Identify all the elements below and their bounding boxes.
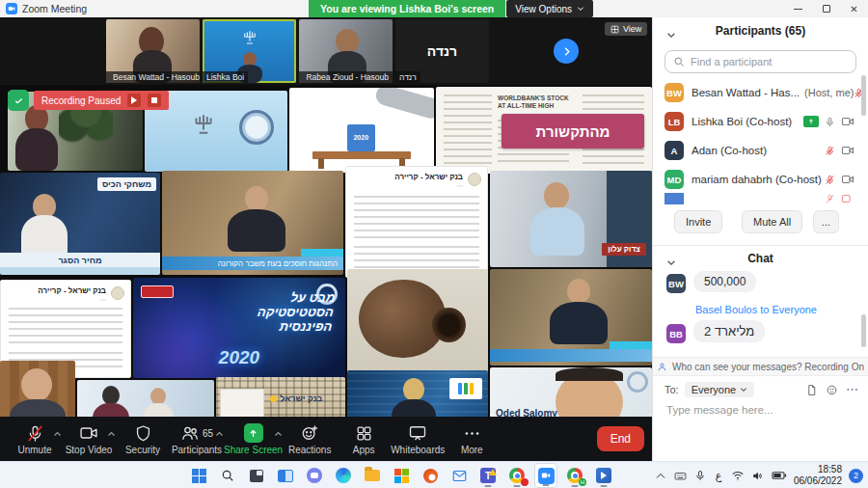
page-avatar bbox=[468, 173, 481, 186]
video-options-caret[interactable] bbox=[107, 423, 116, 441]
video-icon bbox=[841, 144, 854, 157]
video-thumbnail-besan[interactable]: Besan Wattad - Hasoub bbox=[106, 19, 200, 83]
stop-recording-button[interactable] bbox=[148, 94, 161, 107]
close-button[interactable]: ✕ bbox=[840, 0, 868, 17]
participant-row[interactable]: BW Besan Wattad - Has... (Host, me) bbox=[659, 79, 860, 106]
participant-name: Adan (Co-host) bbox=[692, 145, 767, 156]
tray-mic-icon[interactable] bbox=[694, 470, 706, 481]
participant-search[interactable] bbox=[665, 50, 856, 73]
chat-message[interactable]: 500,000 bbox=[693, 271, 756, 292]
volume-icon[interactable] bbox=[751, 470, 765, 482]
tray-expand-icon[interactable] bbox=[655, 471, 666, 480]
view-options-button[interactable]: View Options bbox=[506, 0, 593, 17]
battery-icon[interactable] bbox=[772, 470, 787, 481]
video-thumbnail-randa[interactable]: רנדה רנדה bbox=[395, 19, 489, 83]
avatar: MD bbox=[665, 170, 684, 189]
view-layout-button[interactable]: View bbox=[605, 22, 647, 36]
end-meeting-button[interactable]: End bbox=[597, 426, 644, 451]
security-shield-icon[interactable] bbox=[8, 90, 29, 111]
mail-icon[interactable] bbox=[448, 463, 471, 488]
chrome-icon[interactable] bbox=[505, 463, 529, 488]
chat-scrollbar[interactable] bbox=[861, 314, 866, 347]
security-button[interactable]: Security bbox=[116, 417, 170, 461]
recipient-dropdown[interactable]: Everyone bbox=[685, 382, 754, 397]
chat-message-input[interactable] bbox=[665, 403, 856, 417]
artifact-video-tile bbox=[347, 269, 488, 377]
zoom-taskbar-icon[interactable] bbox=[534, 463, 557, 488]
start-button[interactable] bbox=[187, 463, 210, 488]
muted-mic-icon bbox=[26, 424, 44, 443]
participants-button[interactable]: 65 Participants bbox=[170, 417, 224, 461]
reactions-button[interactable]: Reactions bbox=[283, 417, 337, 461]
next-page-button[interactable] bbox=[554, 39, 579, 64]
video-thumbnail-rabea[interactable]: Rabea Zioud - Hasoub bbox=[299, 19, 393, 83]
facebook-post-tile: בנק ישראל - קריירה ⋯ bbox=[345, 166, 488, 278]
unmute-button[interactable]: Unmute bbox=[8, 417, 62, 461]
teams-icon[interactable]: T bbox=[476, 463, 500, 488]
wifi-icon[interactable] bbox=[731, 470, 745, 481]
more-button[interactable]: More bbox=[445, 417, 499, 461]
whiteboards-button[interactable]: Whiteboards bbox=[391, 417, 445, 461]
figure bbox=[530, 207, 584, 256]
channel-tag bbox=[610, 341, 652, 349]
participants-caret[interactable] bbox=[215, 423, 224, 441]
committee-video-tile: התנהגות חוסכים בעת משבר הקורונה bbox=[162, 171, 343, 275]
participant-name: Besan Wattad - Has... bbox=[692, 87, 800, 98]
chat-panel-title: Chat bbox=[653, 252, 868, 265]
share-options-caret[interactable] bbox=[274, 423, 283, 441]
logo-bar bbox=[470, 383, 474, 394]
microsoft-store-icon[interactable] bbox=[390, 463, 413, 488]
movies-tv-icon[interactable] bbox=[592, 463, 615, 488]
notification-count-badge[interactable]: 2 bbox=[849, 469, 863, 483]
muted-mic-icon bbox=[825, 146, 835, 156]
participant-row[interactable]: A Adan (Co-host) bbox=[659, 137, 860, 164]
audio-options-caret[interactable] bbox=[53, 423, 62, 441]
taskbar-clock[interactable]: 18:58 06/06/2022 bbox=[794, 464, 842, 487]
thumbnail-name: רנדה bbox=[399, 72, 417, 82]
participant-role: (Host, me) bbox=[804, 87, 854, 98]
participant-row[interactable]: MD mariam dahabrh (Co-host) bbox=[659, 166, 860, 193]
bank-logo: בנק ישראל bbox=[270, 393, 322, 403]
widgets-icon[interactable] bbox=[274, 463, 297, 488]
file-attach-icon[interactable] bbox=[805, 384, 818, 396]
speaker-name: Oded Salomy bbox=[496, 408, 557, 417]
apps-button[interactable]: Apps bbox=[337, 417, 391, 461]
post-text-lines bbox=[354, 196, 479, 238]
maximize-button[interactable] bbox=[812, 0, 840, 17]
task-view-icon[interactable] bbox=[245, 463, 268, 488]
participants-scrollbar[interactable] bbox=[861, 75, 866, 116]
touch-keyboard-icon[interactable] bbox=[673, 470, 688, 482]
emoji-icon[interactable] bbox=[826, 384, 838, 396]
taskbar-search-icon[interactable] bbox=[216, 463, 239, 488]
participants-more-button[interactable]: ... bbox=[813, 210, 839, 233]
notice-text: Who can see your messages? Recording On bbox=[672, 362, 864, 372]
thumbnail-name: Rabea Zioud - Hasoub bbox=[306, 72, 389, 82]
post-meta: ⋯ bbox=[457, 182, 464, 190]
edge-icon[interactable] bbox=[332, 463, 355, 488]
participant-row-partial[interactable] bbox=[659, 193, 860, 204]
share-screen-button[interactable]: Share Screen bbox=[224, 417, 283, 461]
chat-more-icon[interactable]: ⋯ bbox=[846, 385, 858, 394]
language-indicator[interactable]: ع bbox=[713, 470, 724, 482]
mute-all-button[interactable]: Mute All bbox=[742, 210, 802, 233]
governor-photo-tile bbox=[0, 361, 75, 417]
resume-recording-button[interactable] bbox=[127, 94, 141, 107]
minimize-button[interactable] bbox=[784, 0, 812, 17]
chrome-profile-icon[interactable]: H bbox=[563, 463, 586, 488]
file-explorer-icon[interactable] bbox=[361, 463, 384, 488]
invite-button[interactable]: Invite bbox=[674, 210, 722, 233]
speaker-name-label: צדוק עלון bbox=[602, 243, 646, 256]
stop-video-button[interactable]: Stop Video bbox=[62, 417, 116, 461]
figure bbox=[403, 378, 424, 401]
chat-privacy-notice[interactable]: Who can see your messages? Recording On bbox=[653, 357, 868, 376]
security-label: Security bbox=[125, 445, 160, 455]
video-thumbnail-lishka[interactable]: Lishka Boi bbox=[203, 19, 296, 83]
teams-chat-icon[interactable] bbox=[303, 463, 326, 488]
office-icon[interactable] bbox=[419, 463, 442, 488]
participant-search-input[interactable] bbox=[665, 51, 855, 72]
chat-message[interactable]: 2 מליארד bbox=[693, 320, 765, 342]
participant-row[interactable]: LB Lishka Boi (Co-host) bbox=[659, 108, 860, 135]
tv-news-tile: משחקי הכיס מחיר הסגר bbox=[0, 173, 160, 275]
hair-decor bbox=[556, 367, 623, 381]
figure bbox=[93, 403, 129, 417]
